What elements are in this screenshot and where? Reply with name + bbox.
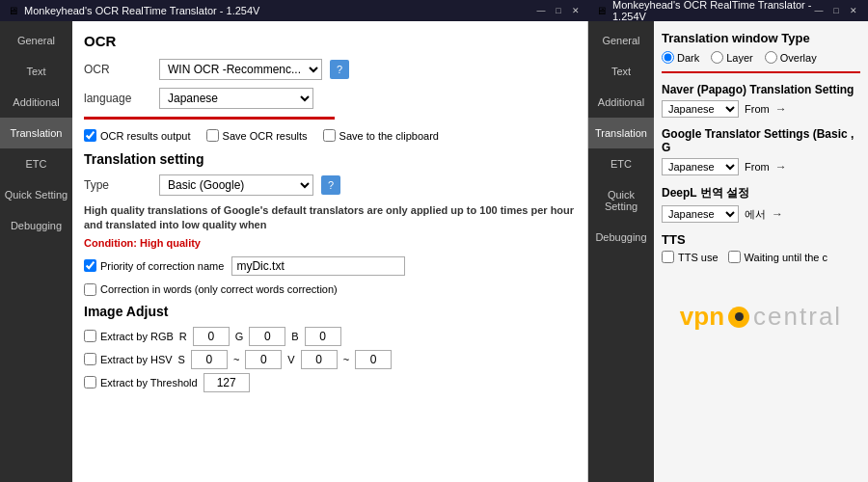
ocr-form-row: OCR WIN OCR -Recommenc... ? bbox=[84, 59, 576, 80]
tilde2: ~ bbox=[343, 354, 349, 365]
tts-section: TTS TTS use Waiting until the c bbox=[662, 232, 860, 263]
left-title-bar: 🖥 Monkeyhead's OCR RealTime Translator -… bbox=[0, 0, 534, 21]
sidebar-item-etc-right[interactable]: ETC bbox=[588, 148, 654, 179]
naver-language-select[interactable]: Japanese bbox=[662, 100, 739, 118]
google-arrow: → bbox=[775, 160, 787, 174]
v-label: V bbox=[287, 354, 294, 365]
hsv-s-input[interactable] bbox=[191, 350, 228, 369]
overlay-radio[interactable]: Overlay bbox=[765, 51, 817, 64]
ocr-checkboxes-row: OCR results output Save OCR results Save… bbox=[84, 129, 576, 142]
rgb-g-input[interactable] bbox=[249, 327, 285, 346]
sidebar-item-translation-left[interactable]: Translation bbox=[0, 118, 72, 148]
extract-threshold-checkbox[interactable]: Extract by Threshold bbox=[84, 376, 198, 388]
left-window-title: Monkeyhead's OCR RealTime Translator - 1… bbox=[24, 5, 259, 16]
vpn-text: vpn bbox=[680, 302, 724, 332]
translation-description: High quality translations of Google's de… bbox=[84, 203, 576, 233]
right-window-title: Monkeyhead's OCR RealTime Translator - 1… bbox=[612, 0, 812, 22]
right-content-area: Translation window Type Dark Layer Overl… bbox=[654, 21, 868, 482]
extract-threshold-row: Extract by Threshold bbox=[84, 373, 576, 392]
extract-rgb-row: Extract by RGB R G B bbox=[84, 327, 576, 346]
naver-settings-row: Japanese From → bbox=[662, 100, 860, 118]
rgb-b-input[interactable] bbox=[305, 327, 341, 346]
dark-radio[interactable]: Dark bbox=[662, 51, 699, 64]
translation-type-row: Type Basic (Google) ? bbox=[84, 174, 576, 196]
naver-title: Naver (Papago) Translation Setting bbox=[662, 83, 860, 96]
right-window-icon: 🖥 bbox=[596, 5, 607, 16]
language-form-row: language Japanese bbox=[84, 88, 576, 109]
ocr-select[interactable]: WIN OCR -Recommenc... bbox=[159, 59, 322, 80]
central-text: central bbox=[753, 302, 842, 332]
translation-help-button[interactable]: ? bbox=[321, 175, 340, 195]
tts-use-checkbox[interactable]: TTS use bbox=[662, 251, 719, 263]
save-ocr-results-checkbox[interactable]: Save OCR results bbox=[206, 129, 308, 142]
close-button-right[interactable]: ✕ bbox=[847, 4, 860, 17]
rgb-r-input[interactable] bbox=[193, 327, 230, 346]
ocr-results-output-checkbox[interactable]: OCR results output bbox=[84, 129, 191, 142]
tts-title: TTS bbox=[662, 232, 860, 247]
right-sidebar: General Text Additional Translation ETC … bbox=[588, 21, 654, 482]
left-window-icon: 🖥 bbox=[8, 5, 18, 16]
hsv-v-input[interactable] bbox=[301, 350, 338, 369]
image-adjust-title: Image Adjust bbox=[84, 304, 576, 319]
translation-type-select[interactable]: Basic (Google) bbox=[159, 174, 313, 196]
tts-checkboxes-row: TTS use Waiting until the c bbox=[662, 251, 860, 263]
left-sidebar: General Text Additional Translation ETC … bbox=[0, 21, 72, 482]
naver-from-label: From bbox=[745, 103, 770, 115]
deepl-language-select[interactable]: Japanese bbox=[662, 205, 739, 223]
sidebar-item-text-right[interactable]: Text bbox=[588, 56, 654, 87]
r-label: R bbox=[179, 331, 187, 342]
close-button-left[interactable]: ✕ bbox=[569, 4, 583, 17]
correction-words-checkbox[interactable]: Correction in words (only correct words … bbox=[84, 283, 338, 296]
sidebar-item-etc-left[interactable]: ETC bbox=[0, 148, 72, 179]
language-select[interactable]: Japanese bbox=[159, 88, 313, 109]
save-clipboard-checkbox[interactable]: Save to the clipboard bbox=[323, 129, 439, 142]
condition-text: Condition: High quality bbox=[84, 237, 576, 249]
sidebar-item-text-left[interactable]: Text bbox=[0, 56, 72, 87]
sidebar-item-general-left[interactable]: General bbox=[0, 25, 72, 56]
deepl-title: DeepL 번역 설정 bbox=[662, 185, 860, 201]
vpn-watermark: vpn central bbox=[662, 302, 860, 332]
right-title-bar: 🖥 Monkeyhead's OCR RealTime Translator -… bbox=[588, 0, 868, 21]
vpn-dot-icon bbox=[728, 307, 749, 328]
priority-correction-checkbox[interactable]: Priority of correction name bbox=[84, 259, 224, 272]
threshold-input[interactable] bbox=[203, 373, 250, 392]
ocr-label: OCR bbox=[84, 63, 151, 76]
ocr-section-title: OCR bbox=[84, 33, 576, 49]
window-type-radio-group: Dark Layer Overlay bbox=[662, 51, 860, 64]
layer-radio[interactable]: Layer bbox=[711, 51, 753, 64]
google-from-label: From bbox=[745, 161, 770, 173]
sidebar-item-debugging-right[interactable]: Debugging bbox=[588, 222, 654, 253]
type-label: Type bbox=[84, 178, 151, 192]
google-language-select[interactable]: Japanese bbox=[662, 158, 739, 175]
sidebar-item-general-right[interactable]: General bbox=[588, 25, 654, 56]
accent-line bbox=[662, 71, 860, 73]
b-label: B bbox=[291, 331, 298, 342]
minimize-button-left[interactable]: — bbox=[534, 4, 548, 17]
sidebar-item-additional-left[interactable]: Additional bbox=[0, 87, 72, 118]
ocr-help-button[interactable]: ? bbox=[330, 60, 349, 79]
naver-section: Naver (Papago) Translation Setting Japan… bbox=[662, 83, 860, 118]
sidebar-item-additional-right[interactable]: Additional bbox=[588, 87, 654, 118]
g-label: G bbox=[235, 331, 244, 342]
deepl-from-label: 에서 bbox=[745, 207, 766, 222]
waiting-checkbox[interactable]: Waiting until the c bbox=[728, 251, 827, 263]
deepl-settings-row: Japanese 에서 → bbox=[662, 205, 860, 223]
naver-arrow: → bbox=[775, 102, 787, 116]
hsv-s2-input[interactable] bbox=[245, 350, 282, 369]
google-section: Google Translator Settings (Basic , G Ja… bbox=[662, 127, 860, 175]
sidebar-item-debugging-left[interactable]: Debugging bbox=[0, 210, 72, 241]
priority-correction-row: Priority of correction name bbox=[84, 256, 576, 276]
correction-name-input[interactable] bbox=[231, 256, 405, 276]
maximize-button-right[interactable]: □ bbox=[829, 4, 843, 17]
sidebar-item-quicksetting-right[interactable]: Quick Setting bbox=[588, 179, 654, 222]
maximize-button-left[interactable]: □ bbox=[552, 4, 565, 17]
extract-hsv-checkbox[interactable]: Extract by HSV bbox=[84, 353, 173, 365]
extract-rgb-checkbox[interactable]: Extract by RGB bbox=[84, 330, 174, 342]
correction-words-row: Correction in words (only correct words … bbox=[84, 283, 576, 296]
sidebar-item-translation-right[interactable]: Translation bbox=[588, 118, 654, 148]
google-settings-row: Japanese From → bbox=[662, 158, 860, 175]
minimize-button-right[interactable]: — bbox=[812, 4, 826, 17]
hsv-v2-input[interactable] bbox=[355, 350, 392, 369]
sidebar-item-quicksetting-left[interactable]: Quick Setting bbox=[0, 179, 72, 210]
translation-window-type-section: Translation window Type Dark Layer Overl… bbox=[662, 31, 860, 73]
